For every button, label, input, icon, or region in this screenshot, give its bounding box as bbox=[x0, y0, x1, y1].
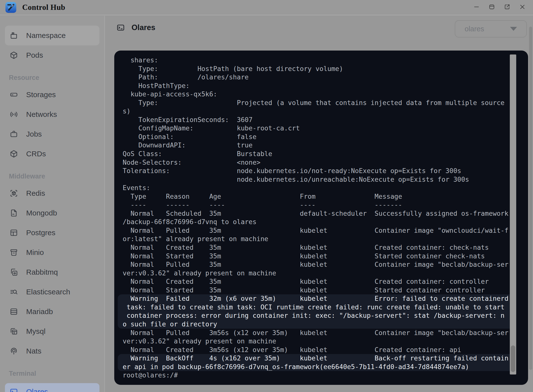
terminal-line: ---- ------ ---- ---- ------- bbox=[123, 201, 509, 209]
sidebar-item-label: Rabbitmq bbox=[26, 268, 58, 276]
sidebar-nav: NamespacePodsResourceStoragesNetworksJob… bbox=[0, 26, 104, 392]
sidebar-item-label: Nats bbox=[26, 347, 41, 355]
terminal-icon bbox=[9, 387, 18, 392]
search-list-icon bbox=[9, 287, 18, 296]
terminal-line: ConfigMapName: kube-root-ca.crt bbox=[123, 124, 509, 133]
sidebar-item-rabbitmq[interactable]: Rabbitmq bbox=[5, 262, 99, 282]
section-label-middleware: Middleware bbox=[9, 169, 104, 183]
terminal-line: Normal Scheduled 35m default-scheduler S… bbox=[123, 209, 509, 218]
maximize-icon bbox=[488, 3, 495, 11]
terminal-line: Type: HostPath (bare host directory volu… bbox=[123, 65, 509, 73]
open-in-new-button[interactable] bbox=[503, 4, 511, 11]
terminal-line: QoS Class: Burstable bbox=[123, 150, 509, 158]
cube-icon bbox=[9, 149, 18, 158]
broadcast-icon bbox=[9, 110, 18, 119]
terminal-line: node.kubernetes.io/unreachable:NoExecute… bbox=[123, 175, 509, 184]
briefcase-icon bbox=[9, 130, 18, 139]
terminal-line: Warning Failed 32m (x6 over 35m) kubelet… bbox=[123, 294, 509, 303]
terminal-line: ver:v0.3.62" already present on machine bbox=[123, 337, 509, 346]
minimize-icon bbox=[473, 3, 480, 11]
sidebar-item-olares[interactable]: Olares bbox=[5, 383, 99, 392]
sidebar-scrollbar-thumb[interactable] bbox=[529, 27, 532, 370]
namespace-select-value: olares bbox=[465, 25, 484, 33]
terminal-line: Node-Selectors: <none> bbox=[123, 158, 509, 167]
sidebar-item-mysql[interactable]: Mysql bbox=[5, 321, 99, 341]
terminal-line: s) bbox=[123, 107, 509, 116]
sidebar-item-label: Jobs bbox=[26, 130, 42, 138]
terminal-line: Optional: false bbox=[123, 133, 509, 141]
sidebar-item-jobs[interactable]: Jobs bbox=[5, 124, 99, 144]
caret-down-icon bbox=[510, 27, 517, 31]
table-copy-icon bbox=[9, 327, 18, 336]
open-in-new-icon bbox=[504, 3, 511, 11]
sidebar-item-crds[interactable]: CRDs bbox=[5, 144, 99, 164]
sidebar: NamespacePodsResourceStoragesNetworksJob… bbox=[0, 16, 105, 392]
close-button[interactable] bbox=[519, 4, 526, 11]
terminal-line: o such file or directory bbox=[123, 320, 509, 329]
terminal-line: Events: bbox=[123, 184, 509, 192]
titlebar: Control Hub bbox=[0, 0, 533, 15]
section-label-resource: Resource bbox=[9, 71, 104, 85]
terminal-line: Normal Pulled 3m56s (x12 over 35m) kubel… bbox=[123, 329, 509, 337]
terminal-line: Type: Projected (a volume that contains … bbox=[123, 99, 509, 107]
main-header: Olares olares bbox=[105, 16, 533, 50]
terminal-line: root@olares:/# bbox=[123, 371, 509, 380]
terminal-output: shares: Type: HostPath (bare host direct… bbox=[123, 56, 509, 380]
terminal-line: DownwardAPI: true bbox=[123, 141, 509, 150]
terminal-scrollbar-thumb[interactable] bbox=[511, 345, 515, 372]
maximize-button[interactable] bbox=[488, 4, 495, 11]
terminal-line: Warning BackOff 4s (x162 over 35m) kubel… bbox=[123, 354, 509, 363]
sidebar-item-minio[interactable]: Minio bbox=[5, 243, 99, 262]
close-icon bbox=[519, 3, 526, 11]
table-icon bbox=[9, 228, 18, 237]
sidebar-item-label: Minio bbox=[26, 248, 44, 257]
sidebar-item-label: Storages bbox=[26, 90, 56, 99]
terminal-line: HostPathType: bbox=[123, 82, 509, 90]
minimize-button[interactable] bbox=[473, 4, 480, 11]
sidebar-item-label: CRDs bbox=[26, 150, 46, 158]
terminal-line: kube-api-access-qx5k6: bbox=[123, 90, 509, 99]
terminal-line: Normal Pulled 35m kubelet Container imag… bbox=[123, 260, 509, 269]
terminal-panel[interactable]: shares: Type: HostPath (bare host direct… bbox=[114, 51, 528, 385]
sidebar-item-redis[interactable]: Redis bbox=[5, 183, 99, 203]
terminal-line: TokenExpirationSeconds: 3607 bbox=[123, 116, 509, 124]
archive-icon bbox=[9, 248, 18, 257]
highlighted-event-block: Warning BackOff 4s (x162 over 35m) kubel… bbox=[118, 354, 514, 371]
terminal-line: Tolerations: node.kubernetes.io/not-read… bbox=[123, 167, 509, 175]
sidebar-item-networks[interactable]: Networks bbox=[5, 105, 99, 124]
sidebar-item-label: Redis bbox=[26, 189, 45, 197]
sidebar-item-mongodb[interactable]: Mongodb bbox=[5, 203, 99, 223]
terminal-line: Type Reason Age From Message bbox=[123, 192, 509, 201]
sidebar-item-pods[interactable]: Pods bbox=[5, 45, 99, 65]
sidebar-item-label: Mysql bbox=[26, 327, 45, 336]
sidebar-item-mariadb[interactable]: Mariadb bbox=[5, 302, 99, 321]
sidebar-item-nats[interactable]: Nats bbox=[5, 341, 99, 361]
terminal-line: er api in pod backup-66f8c76996-d7vnq_os… bbox=[123, 363, 509, 371]
sidebar-item-namespace[interactable]: Namespace bbox=[5, 26, 99, 45]
sidebar-item-label: Olares bbox=[26, 388, 48, 392]
terminal-line: or:latest" already present on machine bbox=[123, 235, 509, 243]
sidebar-item-elasticsearch[interactable]: Elasticsearch bbox=[5, 282, 99, 302]
terminal-line: shares: bbox=[123, 56, 509, 65]
terminal-line: Normal Started 35m kubelet Started conta… bbox=[123, 252, 509, 261]
namespace-icon bbox=[9, 31, 18, 40]
section-label-terminal: Terminal bbox=[9, 366, 104, 381]
sidebar-item-postgres[interactable]: Postgres bbox=[5, 223, 99, 243]
antenna-icon bbox=[9, 347, 18, 356]
sidebar-item-label: Postgres bbox=[26, 229, 55, 237]
copy-plus-icon bbox=[9, 268, 18, 277]
sidebar-item-label: Mariadb bbox=[26, 307, 53, 316]
terminal-line: Normal Started 35m kubelet Started conta… bbox=[123, 286, 509, 295]
namespace-select[interactable]: olares bbox=[455, 20, 527, 37]
sidebar-item-label: Pods bbox=[26, 51, 43, 59]
app-logo-icon bbox=[5, 2, 16, 13]
document-icon bbox=[9, 209, 18, 217]
terminal-line: Normal Created 3m56s (x12 over 35m) kube… bbox=[123, 346, 509, 354]
sidebar-item-label: Elasticsearch bbox=[26, 288, 70, 296]
terminal-scrollbar-track[interactable] bbox=[510, 54, 516, 374]
terminal-line: ver:v0.3.62" already present on machine bbox=[123, 269, 509, 278]
highlighted-event-block: Warning Failed 32m (x6 over 35m) kubelet… bbox=[118, 294, 514, 328]
control-hub-window: Control Hub NamespacePodsResourceStorage… bbox=[0, 0, 533, 392]
terminal-line: task: failed to create shim task: OCI ru… bbox=[123, 303, 509, 312]
sidebar-item-storages[interactable]: Storages bbox=[5, 85, 99, 105]
